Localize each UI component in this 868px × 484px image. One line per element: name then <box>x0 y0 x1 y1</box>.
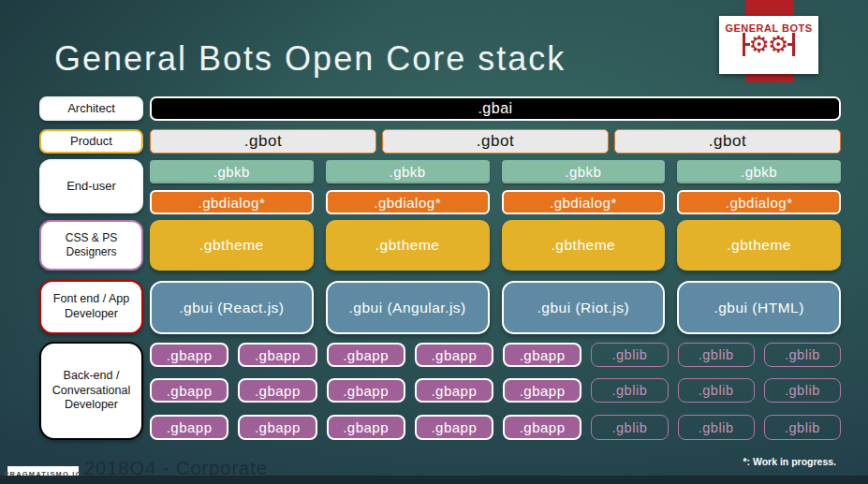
box-gbapp: .gbapp <box>503 343 581 367</box>
slide-canvas: General Bots Open Core stack GENERAL BOT… <box>0 0 868 484</box>
box-gbkb: .gbkb <box>502 160 666 183</box>
box-gblib: .gblib <box>678 415 755 440</box>
box-gbapp: .gbapp <box>150 415 228 440</box>
box-gbapp: .gbapp <box>327 415 405 440</box>
page-title: General Bots Open Core stack <box>54 39 566 79</box>
box-gbtheme: .gbtheme <box>502 220 666 271</box>
box-gbapp: .gbapp <box>238 343 316 367</box>
role-label-back-end-conversational-developer: Back-end / Conversational Developer <box>39 342 143 440</box>
box-gbui-html: .gbui (HTML) <box>677 281 841 334</box>
box-gbkb: .gbkb <box>677 160 841 183</box>
box-gbapp: .gbapp <box>327 343 405 367</box>
box-gbtheme: .gbtheme <box>326 220 490 271</box>
box-gblib: .gblib <box>764 378 841 403</box>
box-gbapp: .gbapp <box>150 343 228 367</box>
role-label-front-end-app-developer: Font end / App Developer <box>39 280 143 334</box>
row-gbdialog: .gbdialog* .gbdialog* .gbdialog* .gbdial… <box>150 190 841 214</box>
bottom-strip <box>0 476 868 484</box>
box-gbapp: .gbapp <box>150 378 228 403</box>
row-gbapp-1: .gbapp .gbapp .gbapp .gbapp .gbapp .gbli… <box>150 343 841 367</box>
logo-gears: ⚙ ⚙ <box>743 33 796 56</box>
box-gblib: .gblib <box>678 378 755 403</box>
box-gbapp: .gbapp <box>238 378 316 403</box>
box-gbdialog: .gbdialog* <box>677 190 841 214</box>
box-gbapp: .gbapp <box>415 415 493 440</box>
box-gblib: .gblib <box>678 343 755 367</box>
box-gbai: .gbai <box>150 96 841 121</box>
gear-icon: ⚙ <box>749 33 770 56</box>
box-gbot: .gbot <box>614 129 841 154</box>
box-gbui-riot: .gbui (Riot.js) <box>502 281 666 334</box>
box-gbapp: .gbapp <box>327 378 405 403</box>
row-gbai: .gbai <box>150 96 841 121</box>
row-gbtheme: .gbtheme .gbtheme .gbtheme .gbtheme <box>150 220 841 271</box>
box-gbdialog: .gbdialog* <box>326 190 490 214</box>
box-gbtheme: .gbtheme <box>677 220 841 271</box>
box-gblib: .gblib <box>764 343 841 367</box>
box-gbapp: .gbapp <box>415 343 493 367</box>
box-gbdialog: .gbdialog* <box>150 190 314 214</box>
gear-icon: ⚙ <box>768 33 788 56</box>
role-label-architect: Architect <box>39 96 143 121</box>
box-gbot: .gbot <box>382 129 609 154</box>
work-in-progress-note: *: Work in progress. <box>743 456 836 467</box>
box-gbtheme: .gbtheme <box>150 220 314 271</box>
box-gbui-react: .gbui (React.js) <box>150 281 314 334</box>
row-gbot: .gbot .gbot .gbot <box>150 129 841 154</box>
box-gbapp: .gbapp <box>415 378 493 403</box>
general-bots-logo: GENERAL BOTS ⚙ ⚙ <box>719 16 818 74</box>
role-label-product: Product <box>39 129 143 154</box>
row-gbkb: .gbkb .gbkb .gbkb .gbkb <box>150 160 841 183</box>
box-gbot: .gbot <box>150 129 376 154</box>
box-gblib: .gblib <box>591 378 668 403</box>
box-gbdialog: .gbdialog* <box>502 190 666 214</box>
box-gbkb: .gbkb <box>150 160 314 183</box>
box-gbapp: .gbapp <box>238 415 316 440</box>
gear-bar-right <box>792 33 795 56</box>
row-gbapp-2: .gbapp .gbapp .gbapp .gbapp .gbapp .gbli… <box>150 378 841 403</box>
box-gblib: .gblib <box>591 343 668 367</box>
box-gblib: .gblib <box>764 415 841 440</box>
box-gbapp: .gbapp <box>503 415 581 440</box>
row-gbui: .gbui (React.js) .gbui (Angular.js) .gbu… <box>150 281 841 334</box>
box-gbui-angular: .gbui (Angular.js) <box>326 281 490 334</box>
box-gbkb: .gbkb <box>326 160 490 183</box>
role-label-end-user: End-user <box>39 159 143 213</box>
box-gbapp: .gbapp <box>503 378 581 403</box>
role-label-css-ps-designers: CSS & PS Designers <box>39 220 143 271</box>
box-gblib: .gblib <box>591 415 668 440</box>
row-gbapp-3: .gbapp .gbapp .gbapp .gbapp .gbapp .gbli… <box>150 415 841 440</box>
